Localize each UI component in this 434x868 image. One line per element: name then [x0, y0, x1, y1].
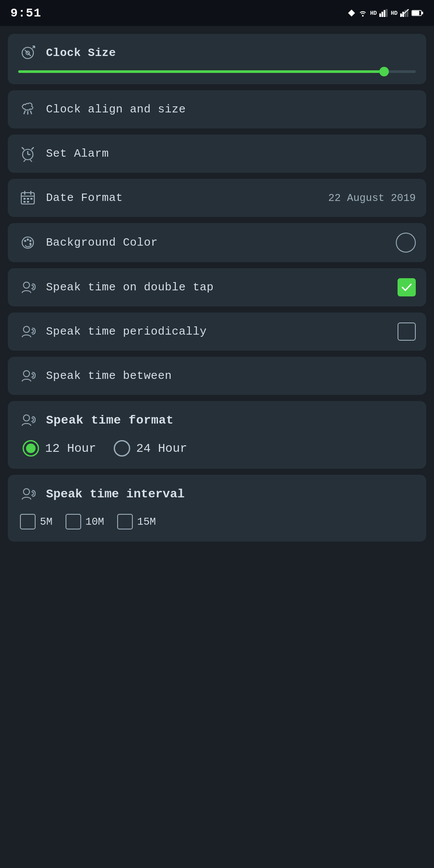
- speak-time-between-card[interactable]: Speak time between: [8, 357, 426, 395]
- svg-rect-1: [379, 13, 381, 17]
- radio-12hour-label: 12 Hour: [45, 442, 96, 455]
- interval-10m[interactable]: 10M: [66, 514, 104, 529]
- svg-rect-33: [27, 201, 29, 203]
- speak-time-periodically-label: Speak time periodically: [46, 325, 207, 338]
- hd-badge-1: HD: [370, 10, 377, 16]
- clock-align-card[interactable]: Clock align and size: [8, 90, 426, 128]
- svg-rect-31: [30, 198, 33, 200]
- set-alarm-card[interactable]: Set Alarm: [8, 135, 426, 173]
- interval-10m-label: 10M: [85, 516, 104, 528]
- speak-time-double-tap-card[interactable]: Speak time on double tap: [8, 268, 426, 306]
- svg-line-23: [22, 148, 24, 149]
- date-format-card[interactable]: Date Format 22 August 2019: [8, 179, 426, 217]
- speak-time-periodically-checkbox[interactable]: [398, 322, 416, 341]
- radio-12hour-inner: [26, 444, 36, 453]
- clock-size-card[interactable]: Clock Size: [8, 34, 426, 84]
- set-alarm-label: Set Alarm: [46, 147, 109, 160]
- svg-rect-7: [404, 10, 406, 17]
- radio-24hour-label: 24 Hour: [136, 442, 187, 455]
- svg-point-37: [30, 240, 32, 242]
- svg-rect-30: [27, 198, 29, 200]
- color-circle[interactable]: [396, 233, 416, 253]
- svg-point-42: [23, 415, 30, 421]
- interval-15m-label: 15M: [137, 516, 156, 528]
- time-format-options: 12 Hour 24 Hour: [18, 440, 416, 457]
- clock-size-icon: [18, 43, 37, 62]
- status-icons: HD HD: [348, 9, 424, 17]
- speak-between-icon: [18, 366, 37, 385]
- svg-rect-4: [386, 9, 388, 17]
- interval-5m-label: 5M: [40, 516, 53, 528]
- speak-double-tap-icon: [18, 278, 37, 297]
- date-format-value: 22 August 2019: [328, 192, 416, 204]
- interval-options: 5M 10M 15M: [18, 514, 416, 529]
- status-time: 9:51: [10, 7, 41, 20]
- svg-point-39: [23, 282, 30, 288]
- interval-15m-checkbox[interactable]: [117, 514, 133, 529]
- interval-15m[interactable]: 15M: [117, 514, 156, 529]
- svg-marker-0: [348, 10, 355, 16]
- speak-time-interval-card[interactable]: Speak time interval 5M 10M 15M: [8, 475, 426, 542]
- clock-size-slider-track[interactable]: [18, 70, 416, 73]
- background-color-label: Background Color: [46, 236, 158, 249]
- svg-point-41: [23, 371, 30, 377]
- speak-interval-icon: [18, 484, 37, 503]
- speak-time-periodically-card[interactable]: Speak time periodically: [8, 312, 426, 351]
- signal-icon: [348, 9, 355, 17]
- speak-time-double-tap-checkbox[interactable]: [398, 278, 416, 296]
- svg-line-14: [25, 50, 31, 56]
- status-bar: 9:51 HD HD: [0, 0, 434, 26]
- date-format-label: Date Format: [46, 191, 123, 204]
- interval-10m-checkbox[interactable]: [66, 514, 81, 529]
- interval-5m-checkbox[interactable]: [20, 514, 36, 529]
- clock-size-label: Clock Size: [46, 46, 116, 59]
- speak-time-between-label: Speak time between: [46, 369, 172, 382]
- alarm-icon: [18, 144, 37, 163]
- svg-rect-29: [23, 198, 26, 200]
- svg-rect-32: [23, 201, 26, 203]
- svg-point-35: [24, 240, 26, 242]
- speak-periodically-icon: [18, 322, 37, 341]
- svg-point-36: [27, 239, 29, 241]
- radio-24hour-button[interactable]: [114, 440, 130, 457]
- battery-icon: [411, 10, 424, 16]
- clock-size-slider-thumb[interactable]: [379, 67, 389, 76]
- clock-align-label: Clock align and size: [46, 103, 186, 116]
- clock-align-icon: [18, 100, 37, 119]
- speak-time-format-label: Speak time format: [46, 414, 174, 427]
- svg-rect-3: [384, 10, 385, 17]
- svg-point-40: [23, 326, 30, 332]
- svg-rect-12: [421, 12, 423, 14]
- speak-time-interval-label: Speak time interval: [46, 487, 184, 501]
- speak-format-icon: [18, 411, 37, 430]
- radio-12hour-button[interactable]: [23, 440, 39, 457]
- radio-24hour[interactable]: 24 Hour: [114, 440, 187, 457]
- svg-rect-2: [381, 12, 383, 17]
- wifi-icon: [358, 9, 368, 17]
- hd-badge-2: HD: [391, 10, 398, 16]
- palette-icon: [18, 233, 37, 252]
- interval-5m[interactable]: 5M: [20, 514, 53, 529]
- settings-content: Clock Size Clock align and size: [0, 26, 434, 542]
- svg-line-24: [32, 148, 33, 149]
- calendar-icon: [18, 188, 37, 207]
- signal-bars-2-icon: [400, 9, 409, 17]
- clock-size-slider-fill: [18, 70, 384, 73]
- background-color-card[interactable]: Background Color: [8, 223, 426, 262]
- signal-bars-icon: [379, 9, 388, 17]
- speak-time-format-card[interactable]: Speak time format 12 Hour 24 Hour: [8, 401, 426, 469]
- radio-12hour[interactable]: 12 Hour: [23, 440, 96, 457]
- svg-point-43: [23, 489, 30, 495]
- speak-time-double-tap-label: Speak time on double tap: [46, 281, 214, 294]
- svg-rect-11: [412, 11, 419, 15]
